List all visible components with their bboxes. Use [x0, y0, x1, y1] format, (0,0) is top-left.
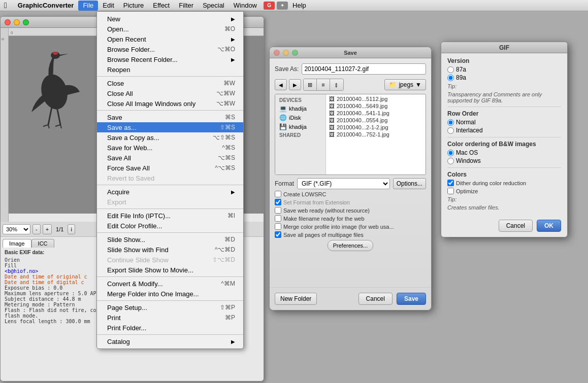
sidebar-idisk[interactable]: 🌐 iDisk: [275, 113, 325, 122]
gif-cancel-btn[interactable]: Cancel: [499, 220, 533, 232]
menu-print-folder[interactable]: Print Folder...: [97, 323, 243, 333]
tab-image[interactable]: Image: [3, 239, 31, 248]
info-btn[interactable]: i: [68, 224, 75, 234]
menu-export-slideshow-label: Export Slide Show to Movie...: [107, 266, 193, 274]
location-btn[interactable]: 📁 jpegs ▼: [384, 79, 426, 90]
menu-browse-recent-folder[interactable]: Browse Recent Folder... ▶: [97, 54, 243, 64]
file-item-3[interactable]: 🖼 20100040...0554.jpg: [327, 117, 424, 124]
gif-dialog: GIF Version 87a 89a Tip: Transparency an…: [441, 42, 568, 237]
checkbox-set-format-input[interactable]: [275, 199, 281, 205]
file-item-5[interactable]: 🖼 20100040...752-1.jpg: [327, 131, 424, 138]
checkbox-save-all-pages-input[interactable]: [275, 231, 281, 238]
minimize-button[interactable]: [14, 19, 20, 25]
menu-force-save-all[interactable]: Force Save All ^⌥⌘S: [97, 163, 243, 173]
save-cancel-btn[interactable]: Cancel: [358, 293, 393, 305]
menu-save-web[interactable]: Save for Web... ^⌘S: [97, 143, 243, 153]
menubar-filter[interactable]: Filter: [174, 1, 198, 11]
file-item-2[interactable]: 🖼 20100040...541-1.jpg: [327, 110, 424, 117]
version-label: Version: [447, 57, 561, 64]
menu-reopen[interactable]: Reopen: [97, 64, 243, 75]
menu-catalog[interactable]: Catalog ▶: [97, 336, 243, 346]
menubar-edit[interactable]: Edit: [98, 1, 118, 11]
close-button[interactable]: [5, 19, 11, 25]
menu-slideshow[interactable]: Slide Show... ⌘D: [97, 234, 243, 245]
save-dialog-title: Save: [344, 50, 357, 56]
idisk-icon: 🌐: [279, 114, 287, 121]
new-folder-btn[interactable]: New Folder: [275, 293, 317, 305]
menu-close[interactable]: Close ⌘W: [97, 78, 243, 88]
save-close-btn[interactable]: [274, 50, 280, 56]
back-btn[interactable]: ◀: [275, 79, 287, 90]
menubar-graphicconverter[interactable]: GraphicConverter: [13, 1, 79, 11]
svg-line-3: [48, 107, 52, 125]
file-item-0[interactable]: 🖼 20100040...5112.jpg: [327, 95, 424, 102]
zoom-in-btn[interactable]: +: [43, 224, 52, 234]
options-btn[interactable]: Options...: [393, 178, 426, 189]
menu-acquire[interactable]: Acquire ▶: [97, 187, 243, 197]
preferences-btn[interactable]: Preferences...: [328, 240, 373, 251]
checkbox-save-all-pages-label: Save all pages of multipage files: [283, 232, 364, 238]
color-macos-radio[interactable]: [447, 150, 454, 156]
menu-print[interactable]: Print ⌘P: [97, 312, 243, 323]
file-item-4[interactable]: 🖼 20100040...2-1-2.jpg: [327, 124, 424, 131]
menu-revert[interactable]: Revert to Saved: [97, 173, 243, 183]
icon-view-btn[interactable]: ⊞: [304, 79, 317, 90]
checkbox-save-web-input[interactable]: [275, 207, 281, 214]
menu-edit-file-info[interactable]: Edit File Info (IPTC)... ⌘I: [97, 211, 243, 221]
menu-edit-color-profile[interactable]: Edit Color Profile...: [97, 221, 243, 231]
menu-close-all[interactable]: Close All ⌥⌘W: [97, 88, 243, 98]
menu-save[interactable]: Save ⌘S: [97, 112, 243, 122]
file-item-1[interactable]: 🖼 20100040...5649.jpg: [327, 102, 424, 110]
menu-export[interactable]: Export: [97, 197, 243, 207]
tip1-text: Transparency and Comments are only suppo…: [447, 91, 561, 103]
list-view-btn[interactable]: ≡: [317, 79, 330, 90]
gif-ok-btn[interactable]: OK: [537, 220, 561, 232]
save-min-btn[interactable]: [283, 50, 289, 56]
sidebar-khadija-drive[interactable]: 💾 khadija: [275, 122, 325, 131]
menu-export-slideshow[interactable]: Export Slide Show to Movie...: [97, 265, 243, 275]
save-save-btn[interactable]: Save: [397, 293, 426, 305]
menu-save-copy[interactable]: Save a Copy as... ⌥⇧⌘S: [97, 132, 243, 143]
column-view-btn[interactable]: ⫿: [330, 79, 343, 90]
menu-new[interactable]: New ▶: [97, 14, 243, 24]
save-zoom-btn[interactable]: [292, 50, 298, 56]
optimize-checkbox[interactable]: [447, 188, 454, 194]
menu-close-all-image[interactable]: Close All Image Windows only ⌥⌘W: [97, 98, 243, 109]
menu-merge-folder[interactable]: Merge Folder into One Image...: [97, 289, 243, 299]
save-as-input[interactable]: [302, 63, 426, 75]
checkbox-filename-web-input[interactable]: [275, 215, 281, 222]
dither-checkbox[interactable]: [447, 180, 454, 186]
format-select[interactable]: GIF (*.GIF): [297, 178, 390, 189]
menubar-special[interactable]: Special: [198, 1, 229, 11]
menu-convert-modify[interactable]: Convert & Modify... ^⌘M: [97, 278, 243, 289]
sidebar-khadija-laptop[interactable]: 💻 khadija: [275, 104, 325, 113]
menu-open[interactable]: Open... ⌘O: [97, 24, 243, 34]
zoom-out-btn[interactable]: -: [32, 224, 41, 234]
menubar-window[interactable]: Window: [229, 1, 262, 11]
version-87a-radio[interactable]: [447, 66, 454, 73]
menu-page-setup[interactable]: Page Setup... ⇧⌘P: [97, 302, 243, 312]
toolbar-icon-red: G: [264, 2, 275, 10]
row-interlaced-radio[interactable]: [447, 127, 454, 134]
menu-save-as[interactable]: Save as... ⇧⌘S: [97, 122, 243, 132]
menu-open-recent[interactable]: Open Recent ▶: [97, 34, 243, 44]
menu-continue-slideshow[interactable]: Continue Slide Show ⇧⌥⌘D: [97, 255, 243, 265]
row-normal-radio[interactable]: [447, 119, 454, 126]
apple-menu[interactable]: : [4, 1, 7, 10]
menubar-picture[interactable]: Picture: [119, 1, 148, 11]
menu-browse-folder[interactable]: Browse Folder... ⌥⌘O: [97, 44, 243, 54]
menubar-file[interactable]: File: [78, 1, 98, 11]
color-windows-radio[interactable]: [447, 158, 454, 164]
menubar-help[interactable]: Help: [288, 1, 311, 11]
forward-btn[interactable]: ▶: [289, 79, 301, 90]
checkbox-create-lowsrc-input[interactable]: [275, 191, 281, 197]
tab-icc[interactable]: ICC: [31, 239, 54, 248]
menubar-effect[interactable]: Effect: [148, 1, 174, 11]
menu-save-all[interactable]: Save All ⌥⌘S: [97, 153, 243, 163]
checkbox-merge-color-input[interactable]: [275, 223, 281, 230]
zoom-button[interactable]: [23, 19, 29, 25]
menu-slideshow-find[interactable]: Slide Show with Find ^⌥⌘D: [97, 245, 243, 255]
menu-save-web-label: Save for Web...: [107, 144, 152, 152]
zoom-select[interactable]: 30%: [3, 224, 30, 234]
version-89a-radio[interactable]: [447, 75, 454, 81]
